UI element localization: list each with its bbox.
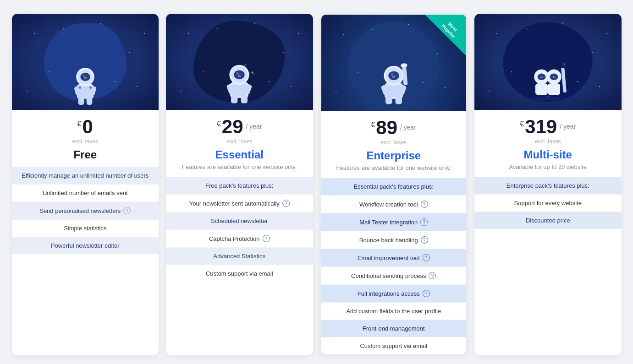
enterprise-header: €89/ yearexcl. taxesEnterpriseFeatures a…: [321, 111, 467, 178]
svg-text:M: M: [392, 75, 395, 79]
essential-feature-0: Your newsletter sent automatically?: [166, 194, 313, 212]
free-currency: €: [77, 120, 82, 128]
enterprise-feature-label-5: Full integrations access: [358, 290, 420, 297]
enterprise-feature-2: Bounce back handling?: [321, 231, 467, 249]
multisite-currency: €: [520, 120, 524, 128]
multisite-price: 319: [525, 117, 557, 136]
svg-rect-38: [385, 97, 392, 104]
enterprise-excl-taxes: excl. taxes: [329, 139, 459, 146]
essential-feature-label-2: Captcha Protection: [209, 235, 260, 242]
pricing-grid: M €0excl. taxesFreeEfficiently manage an…: [10, 9, 624, 360]
free-feature-label-3: Simple statistics: [64, 225, 106, 232]
essential-currency: €: [217, 120, 221, 128]
enterprise-feature-label-0: Workflow creation tool: [359, 201, 418, 208]
enterprise-info-icon-5[interactable]: ?: [423, 290, 430, 297]
enterprise-feature-label-1: Mail Tester integration: [359, 219, 418, 226]
essential-price: 29: [222, 117, 243, 136]
free-header: €0excl. taxesFree: [12, 110, 159, 167]
free-features-list: Efficiently manage an unlimited number o…: [12, 167, 159, 355]
free-feature-label-0: Efficiently manage an unlimited number o…: [22, 172, 149, 179]
free-feature-0: Efficiently manage an unlimited number o…: [12, 167, 159, 184]
essential-header: €29/ yearexcl. taxesEssentialFeatures ar…: [166, 110, 313, 177]
enterprise-info-icon-2[interactable]: ?: [421, 236, 428, 244]
enterprise-feature-4: Conditional sending process?: [321, 266, 467, 284]
multisite-illustration: M M: [474, 14, 622, 110]
multisite-features-header: Enterprise pack's features plus:: [474, 177, 622, 194]
multisite-description: Available for up to 20 website: [482, 163, 614, 171]
essential-illustration: M: [166, 14, 313, 110]
enterprise-feature-7: Front-end management: [321, 320, 467, 337]
free-excl-taxes: excl. taxes: [19, 138, 152, 145]
essential-features-list: Free pack's features plus:Your newslette…: [166, 177, 313, 355]
essential-period: / year: [246, 123, 262, 130]
plan-card-free: M €0excl. taxesFreeEfficiently manage an…: [12, 14, 159, 355]
enterprise-feature-label-4: Conditional sending process: [351, 272, 426, 279]
enterprise-info-icon-3[interactable]: ?: [423, 254, 430, 261]
essential-feature-label-4: Custom support via email: [206, 270, 273, 277]
enterprise-info-icon-1[interactable]: ?: [420, 218, 428, 226]
svg-rect-30: [386, 84, 402, 98]
essential-excl-taxes: excl. taxes: [173, 138, 306, 145]
svg-rect-44: [535, 83, 548, 95]
multisite-feature-1: Discounted price: [474, 212, 622, 229]
svg-marker-27: [250, 71, 255, 75]
svg-rect-40: [402, 66, 407, 85]
essential-info-icon-2[interactable]: ?: [263, 235, 270, 242]
essential-feature-label-3: Advanced Statistics: [214, 253, 265, 260]
essential-info-icon-0[interactable]: ?: [282, 200, 290, 207]
essential-features-header: Free pack's features plus:: [166, 177, 313, 194]
svg-rect-9: [78, 97, 84, 105]
essential-feature-1: Scheduled newsletter: [166, 212, 313, 229]
multisite-features-list: Enterprise pack's features plus:Support …: [474, 177, 622, 355]
enterprise-feature-0: Workflow creation tool?: [321, 195, 467, 213]
multisite-plan-name: Multi-site: [482, 148, 614, 161]
most-popular-label: Most Popular: [437, 15, 465, 43]
svg-point-12: [89, 87, 92, 89]
enterprise-feature-1: Mail Tester integration?: [321, 213, 467, 231]
svg-text:M: M: [541, 76, 543, 79]
enterprise-price: 89: [376, 118, 397, 137]
plan-card-enterprise: Most Popular M €89/ yearexcl. taxesEnter…: [320, 14, 468, 355]
free-feature-3: Simple statistics: [12, 219, 159, 237]
svg-rect-39: [395, 97, 402, 104]
enterprise-features-list: Essential pack's features plus:Workflow …: [321, 178, 467, 354]
multisite-feature-label-1: Discounted price: [526, 217, 570, 224]
free-feature-4: Powerful newsletter editor: [12, 237, 159, 254]
essential-feature-4: Custom support via email: [166, 265, 313, 282]
free-info-icon-2[interactable]: ?: [123, 207, 131, 214]
enterprise-feature-label-3: Email improvement tool: [358, 255, 420, 261]
essential-feature-label-0: Your newsletter sent automatically: [189, 200, 280, 207]
plan-card-essential: M €29/ yearexcl. taxesEssentialFeatures …: [166, 14, 313, 355]
multisite-feature-0: Support for every website: [474, 194, 622, 212]
enterprise-feature-label-7: Front-end management: [363, 325, 425, 332]
enterprise-info-icon-0[interactable]: ?: [421, 201, 428, 208]
enterprise-feature-3: Email improvement tool?: [321, 249, 467, 266]
svg-text:M: M: [553, 76, 556, 79]
svg-rect-16: [231, 83, 247, 97]
free-feature-label-2: Send personalised newsletters: [39, 207, 121, 214]
svg-rect-48: [548, 83, 560, 95]
enterprise-info-icon-4[interactable]: ?: [429, 272, 436, 279]
svg-rect-10: [86, 97, 92, 105]
enterprise-features-header: Essential pack's features plus:: [321, 178, 467, 195]
enterprise-period: / year: [400, 124, 416, 131]
enterprise-plan-name: Enterprise: [329, 149, 459, 162]
enterprise-feature-5: Full integrations access?: [321, 284, 467, 302]
enterprise-currency: €: [371, 121, 375, 129]
enterprise-feature-label-8: Custom support via email: [360, 342, 427, 349]
multisite-feature-label-0: Support for every website: [514, 200, 582, 206]
svg-rect-25: [241, 96, 248, 103]
enterprise-feature-8: Custom support via email: [321, 337, 467, 354]
svg-point-43: [547, 97, 561, 101]
svg-text:M: M: [84, 76, 87, 80]
free-feature-2: Send personalised newsletters?: [12, 201, 159, 219]
essential-feature-label-1: Scheduled newsletter: [211, 217, 268, 224]
enterprise-feature-label-6: Add custom fields to the user profile: [346, 308, 441, 315]
svg-rect-52: [561, 68, 567, 92]
free-feature-label-1: Unlimited number of emails sent: [43, 190, 128, 196]
enterprise-description: Features are available for one website o…: [329, 164, 459, 172]
most-popular-badge: Most Popular: [425, 15, 466, 56]
svg-point-11: [78, 87, 81, 89]
essential-feature-2: Captcha Protection?: [166, 229, 313, 247]
free-plan-name: Free: [19, 148, 152, 161]
